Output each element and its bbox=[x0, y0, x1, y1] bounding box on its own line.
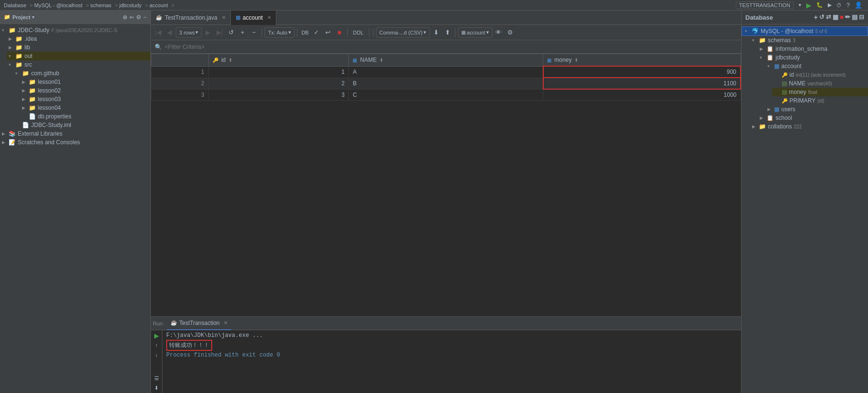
col-name[interactable]: ▦ NAME ⬆ bbox=[349, 54, 543, 67]
breadcrumb-jdbcstudy[interactable]: jdbcstudy bbox=[119, 2, 141, 8]
db-tree-item[interactable]: ▾🐬MySQL - @localhost5 of 6 bbox=[742, 26, 868, 36]
tree-lesson04[interactable]: ▶ 📁 lesson04 bbox=[20, 104, 150, 112]
settings-icon[interactable]: ⚙ bbox=[136, 14, 141, 21]
view-button[interactable]: 👁 bbox=[493, 27, 504, 38]
cell-money[interactable]: 1100 bbox=[543, 78, 741, 89]
export-selector[interactable]: Comma-...d (CSV) ▾ bbox=[376, 27, 430, 38]
tree-lesson02[interactable]: ▶ 📁 lesson02 bbox=[20, 86, 150, 95]
tree-external-libs[interactable]: ▶ 📚 External Libraries bbox=[0, 129, 150, 138]
db-tree-item[interactable]: ▾📁schemas3 bbox=[749, 36, 868, 45]
db-refresh-icon[interactable]: ↺ bbox=[819, 13, 824, 21]
db-filter-icon[interactable]: ⊟ bbox=[859, 13, 864, 21]
tree-expand-arrow[interactable]: ▶ bbox=[752, 124, 759, 129]
tree-iml[interactable]: 📄 JDBC-Study.iml bbox=[13, 121, 150, 129]
db-tree-item[interactable]: ▶📋school bbox=[757, 114, 868, 122]
cell-id[interactable]: 1 bbox=[208, 66, 349, 78]
db-tree-item[interactable]: 🔑PRIMARY(id) bbox=[772, 96, 868, 105]
cell-id[interactable]: 2 bbox=[208, 78, 349, 89]
tree-com-github[interactable]: ▾ 📁 com.github bbox=[13, 69, 150, 78]
tree-lesson01[interactable]: ▶ 📁 lesson01 bbox=[20, 78, 150, 86]
user-button[interactable]: 👤 bbox=[855, 1, 862, 9]
check-button[interactable]: ✓ bbox=[311, 27, 322, 38]
next-row-button[interactable]: ▶ bbox=[203, 27, 213, 38]
breadcrumb-schemas[interactable]: schemas bbox=[91, 2, 112, 8]
tree-lesson03[interactable]: ▶ 📁 lesson03 bbox=[20, 95, 150, 104]
project-dropdown-icon[interactable]: ▾ bbox=[32, 15, 34, 20]
upload-button[interactable]: ⬆ bbox=[442, 27, 453, 38]
revert-button[interactable]: ↩ bbox=[323, 27, 333, 38]
run-config-dropdown-icon[interactable]: ▾ bbox=[799, 2, 801, 8]
run-config-name[interactable]: TESTTRANSACTION bbox=[736, 1, 794, 9]
remove-row-button[interactable]: − bbox=[249, 27, 259, 38]
db-tree-item[interactable]: 🔑idint(11) (auto increment) bbox=[772, 70, 868, 79]
add-icon[interactable]: ⊕ bbox=[123, 14, 127, 21]
table-row[interactable]: 22B1100 bbox=[151, 78, 741, 89]
rows-selector[interactable]: 3 rows ▾ bbox=[176, 27, 202, 38]
cell-name[interactable]: C bbox=[349, 89, 543, 101]
breadcrumb-mysql[interactable]: MySQL - @localhost bbox=[34, 2, 83, 8]
download-button[interactable]: ⬇ bbox=[431, 27, 441, 38]
minimize-icon[interactable]: − bbox=[143, 14, 147, 21]
collapse-icon[interactable]: ⇐ bbox=[129, 14, 134, 21]
table-row[interactable]: 11A900 bbox=[151, 66, 741, 78]
run-button[interactable]: ▶ bbox=[806, 1, 811, 9]
db-icon-button[interactable]: DB bbox=[300, 27, 310, 38]
tree-expand-arrow[interactable]: ▾ bbox=[760, 55, 766, 60]
tree-expand-arrow[interactable]: ▶ bbox=[760, 46, 766, 51]
tab-close-testtransaction[interactable]: ✕ bbox=[222, 15, 226, 20]
coverage-button[interactable]: ▶ bbox=[828, 2, 832, 8]
db-tree-item[interactable]: ▶📁collations222 bbox=[749, 122, 868, 131]
db-schema-icon-btn[interactable]: ▦ bbox=[833, 13, 838, 21]
db-tree-item[interactable]: ▶📋information_schema bbox=[757, 45, 868, 53]
cell-id[interactable]: 3 bbox=[208, 89, 349, 101]
tree-root[interactable]: ▾ 📁 JDBC-Study F:\java\IDEA2020.2\JDBC-S bbox=[0, 26, 150, 35]
col-id[interactable]: 🔑 id ⬆ bbox=[208, 54, 349, 67]
tree-scratches[interactable]: ▶ 📝 Scratches and Consoles bbox=[0, 138, 150, 147]
breadcrumb-database[interactable]: Database bbox=[4, 2, 26, 8]
prev-row-button[interactable]: ◀ bbox=[164, 27, 175, 38]
filter-bottom-button[interactable]: ☰ bbox=[152, 374, 161, 382]
tree-expand-arrow[interactable]: ▾ bbox=[767, 64, 774, 69]
db-add-icon[interactable]: + bbox=[814, 13, 818, 21]
last-row-button[interactable]: ▶| bbox=[214, 27, 225, 38]
db-tree-item[interactable]: ▶▦users bbox=[765, 105, 868, 114]
bottom-tab-close[interactable]: ✕ bbox=[224, 320, 228, 325]
db-tree-item[interactable]: ▾▦account bbox=[765, 62, 868, 70]
db-tree-item[interactable]: ▾📋jdbcstudy bbox=[757, 53, 868, 62]
db-tree-item[interactable]: ▤moneyfloat bbox=[772, 88, 868, 96]
db-config-icon[interactable]: ▤ bbox=[852, 13, 857, 21]
help-button[interactable]: ? bbox=[846, 1, 850, 9]
tree-expand-arrow[interactable]: ▾ bbox=[752, 38, 759, 43]
tree-src[interactable]: ▾ 📁 src bbox=[7, 60, 150, 69]
db-edit-icon[interactable]: ✏ bbox=[845, 13, 850, 21]
col-money[interactable]: ▦ money ⬆ bbox=[543, 54, 741, 67]
tree-expand-arrow[interactable]: ▾ bbox=[745, 29, 752, 34]
breadcrumb-account[interactable]: account bbox=[149, 2, 168, 8]
tree-expand-arrow[interactable]: ▶ bbox=[767, 107, 774, 112]
tab-close-account[interactable]: ✕ bbox=[267, 15, 271, 20]
tree-idea[interactable]: ▶ 📁 .idea bbox=[7, 35, 150, 43]
refresh-button[interactable]: ↺ bbox=[226, 27, 236, 38]
scroll-up-button[interactable]: ↑ bbox=[152, 341, 161, 349]
db-stop-icon[interactable]: ■ bbox=[840, 13, 844, 21]
tree-db-properties[interactable]: 📄 db.properties bbox=[20, 112, 150, 121]
tree-expand-arrow[interactable]: ▶ bbox=[760, 116, 766, 120]
filter-input[interactable] bbox=[165, 44, 737, 50]
first-row-button[interactable]: |◀ bbox=[153, 27, 163, 38]
account-selector[interactable]: ▦ account ▾ bbox=[458, 27, 492, 38]
db-sync-icon[interactable]: ⇄ bbox=[826, 13, 831, 21]
run-side-button[interactable]: ▶ bbox=[152, 331, 161, 340]
tab-testtransaction[interactable]: ☕ TestTransaction.java ✕ bbox=[151, 11, 231, 25]
cell-name[interactable]: A bbox=[349, 66, 543, 78]
settings-button[interactable]: ⚙ bbox=[505, 27, 515, 38]
tab-account[interactable]: ▦ account ✕ bbox=[231, 11, 276, 25]
cell-money[interactable]: 1000 bbox=[543, 89, 741, 101]
tree-lib[interactable]: ▶ 📁 lib bbox=[7, 43, 150, 52]
cell-money[interactable]: 900 bbox=[543, 66, 741, 78]
stop-button[interactable]: ■ bbox=[334, 27, 345, 38]
download-bottom-button[interactable]: ⬇ bbox=[152, 383, 161, 392]
scroll-down-button[interactable]: ↓ bbox=[152, 350, 161, 359]
add-row-button[interactable]: + bbox=[237, 27, 248, 38]
table-row[interactable]: 33C1000 bbox=[151, 89, 741, 101]
profile-button[interactable]: ⏱ bbox=[836, 2, 842, 8]
